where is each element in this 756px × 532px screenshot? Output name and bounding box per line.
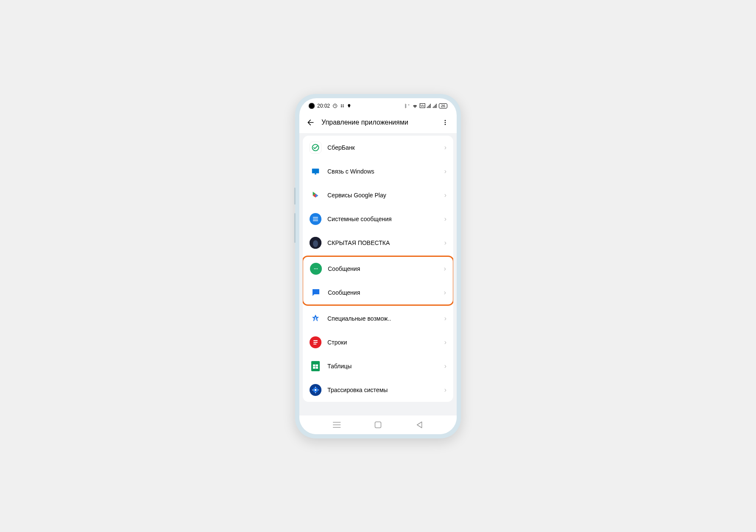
- svg-point-22: [315, 268, 316, 269]
- svg-point-28: [315, 389, 317, 391]
- google-play-services-icon: [310, 189, 321, 201]
- camera-cutout: [309, 103, 315, 109]
- phone-screen: 20:02 ᛒ⁺ Vo 26 Управление приложениями: [299, 98, 457, 434]
- app-label: Сообщения: [328, 265, 438, 272]
- square-icon: [375, 421, 381, 428]
- svg-point-13: [445, 120, 446, 121]
- svg-point-24: [315, 317, 316, 319]
- highlight-annotation: Сообщения › Сообщения ›: [303, 256, 453, 306]
- battery-indicator: 26: [439, 103, 447, 108]
- svg-point-14: [445, 122, 446, 123]
- system-messages-icon: [310, 213, 321, 225]
- app-row-sheets[interactable]: Таблицы ›: [303, 354, 453, 378]
- arrow-left-icon: [307, 118, 315, 127]
- svg-point-2: [343, 104, 344, 105]
- controller-icon: [340, 104, 344, 108]
- back-button[interactable]: [306, 118, 315, 127]
- svg-rect-5: [427, 107, 427, 108]
- app-row-system-trace[interactable]: Трассировка системы ›: [303, 378, 453, 402]
- chevron-right-icon: ›: [444, 315, 446, 322]
- list-card: СберБанк › Связь с Windows › Сервисы Goo…: [303, 136, 453, 402]
- status-right: ᛒ⁺ Vo 26: [404, 103, 447, 108]
- volume-button: [294, 188, 296, 205]
- volume-button: [294, 213, 296, 243]
- timer-icon: [333, 103, 338, 108]
- accessibility-icon: [310, 313, 321, 324]
- signal-icon: [427, 104, 431, 108]
- app-label: Строки: [327, 339, 438, 346]
- svg-rect-8: [430, 104, 430, 108]
- app-label: Специальные возмож..: [327, 315, 438, 322]
- status-bar: 20:02 ᛒ⁺ Vo 26: [299, 98, 457, 114]
- app-label: Системные сообщения: [327, 216, 438, 222]
- app-row-google-play-services[interactable]: Сервисы Google Play ›: [303, 183, 453, 207]
- page-title: Управление приложениями: [321, 119, 435, 126]
- nav-home-button[interactable]: [374, 421, 382, 429]
- app-label: СКРЫТАЯ ПОВЕСТКА: [327, 239, 438, 246]
- svg-point-23: [317, 268, 318, 269]
- app-row-accessibility[interactable]: Специальные возмож.. ›: [303, 307, 453, 330]
- chevron-right-icon: ›: [444, 215, 446, 223]
- app-row-system-messages[interactable]: Системные сообщения ›: [303, 207, 453, 231]
- svg-rect-11: [435, 105, 435, 108]
- chevron-right-icon: ›: [444, 265, 446, 273]
- app-label: Сообщения: [328, 289, 438, 296]
- location-icon: [347, 104, 351, 108]
- svg-point-4: [343, 106, 344, 107]
- svg-rect-7: [429, 105, 429, 108]
- nav-recent-button[interactable]: [333, 421, 341, 429]
- chevron-right-icon: ›: [444, 168, 446, 175]
- messages-blue-icon: [310, 287, 322, 299]
- chevron-right-icon: ›: [444, 239, 446, 247]
- menu-icon: [333, 422, 341, 428]
- hidden-agenda-icon: [310, 237, 321, 249]
- app-label: Таблицы: [327, 363, 438, 370]
- app-label: Сервисы Google Play: [327, 192, 438, 199]
- chevron-right-icon: ›: [444, 144, 446, 151]
- windows-link-icon: [310, 165, 321, 177]
- header-bar: Управление приложениями: [299, 114, 457, 133]
- phone-frame: 20:02 ᛒ⁺ Vo 26 Управление приложениями: [295, 94, 461, 438]
- svg-rect-17: [312, 168, 319, 173]
- google-sheets-icon: [310, 360, 321, 372]
- vowifi-icon: Vo: [420, 103, 425, 108]
- svg-point-20: [313, 240, 318, 247]
- app-row-stroki[interactable]: Строки ›: [303, 330, 453, 354]
- system-trace-icon: [310, 384, 321, 396]
- svg-rect-18: [315, 173, 316, 174]
- svg-point-15: [445, 124, 446, 125]
- app-label: Связь с Windows: [327, 168, 438, 175]
- stroki-icon: [310, 336, 321, 348]
- app-label: Трассировка системы: [327, 387, 438, 393]
- svg-point-1: [341, 104, 342, 105]
- svg-rect-12: [436, 104, 436, 108]
- wifi-icon: [412, 104, 418, 108]
- status-time: 20:02: [317, 103, 330, 109]
- app-list[interactable]: СберБанк › Связь с Windows › Сервисы Goo…: [299, 133, 457, 415]
- app-row-sberbank[interactable]: СберБанк ›: [303, 136, 453, 159]
- app-row-messages-blue[interactable]: Сообщения ›: [303, 281, 453, 304]
- app-row-messages-green[interactable]: Сообщения ›: [303, 257, 453, 281]
- svg-point-21: [314, 268, 315, 269]
- more-options-button[interactable]: [441, 118, 450, 127]
- signal-icon: [433, 104, 437, 108]
- sberbank-icon: [310, 142, 321, 154]
- more-vertical-icon: [442, 119, 449, 126]
- svg-point-3: [341, 106, 342, 107]
- svg-rect-29: [375, 422, 381, 428]
- triangle-left-icon: [416, 421, 422, 428]
- bluetooth-icon: ᛒ⁺: [404, 103, 410, 108]
- chevron-right-icon: ›: [444, 386, 446, 394]
- svg-rect-6: [428, 106, 428, 108]
- chevron-right-icon: ›: [444, 362, 446, 370]
- messages-green-icon: [310, 263, 322, 275]
- nav-back-button[interactable]: [415, 421, 423, 429]
- status-left: 20:02: [309, 103, 351, 109]
- svg-rect-10: [434, 106, 434, 108]
- chevron-right-icon: ›: [444, 191, 446, 199]
- app-row-windows-link[interactable]: Связь с Windows ›: [303, 159, 453, 183]
- chevron-right-icon: ›: [444, 339, 446, 346]
- app-row-hidden-agenda[interactable]: СКРЫТАЯ ПОВЕСТКА ›: [303, 231, 453, 255]
- svg-rect-9: [433, 107, 433, 108]
- app-label: СберБанк: [327, 144, 438, 151]
